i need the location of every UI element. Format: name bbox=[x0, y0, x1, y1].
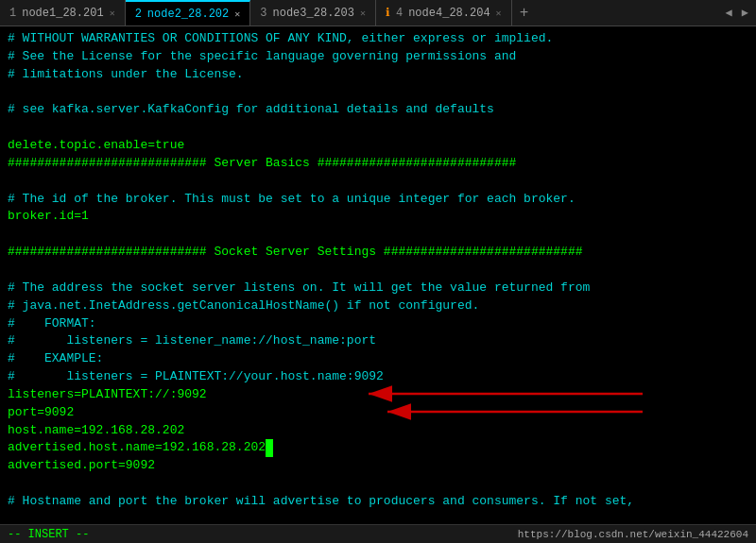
editor-line: broker.id=1 bbox=[8, 208, 748, 226]
tab4-alert-icon: ℹ bbox=[386, 6, 390, 20]
tab-nav-right[interactable]: ▶ bbox=[738, 6, 752, 20]
editor-line bbox=[8, 262, 748, 280]
tab2-num: 2 bbox=[135, 8, 142, 21]
editor-line bbox=[8, 475, 748, 493]
new-tab-button[interactable]: + bbox=[512, 0, 537, 25]
editor-line: # java.net.InetAddress.getCanonicalHostN… bbox=[8, 297, 748, 315]
editor-line bbox=[8, 226, 748, 244]
editor-area[interactable]: # WITHOUT WARRANTIES OR CONDITIONS OF AN… bbox=[0, 26, 756, 524]
editor-line: # See the License for the specific langu… bbox=[8, 48, 748, 66]
tab-node1[interactable]: 1 node1_28.201 ✕ bbox=[0, 0, 126, 25]
tab4-num: 4 bbox=[396, 7, 403, 20]
editor-line: ########################### Server Basic… bbox=[8, 155, 748, 173]
tab3-close[interactable]: ✕ bbox=[360, 8, 366, 19]
editor-line bbox=[8, 84, 748, 102]
insert-mode-label: -- INSERT -- bbox=[8, 528, 89, 541]
tab2-close[interactable]: ✕ bbox=[234, 8, 240, 20]
editor-line: listeners=PLAINTEXT://:9092 bbox=[8, 386, 748, 404]
editor-line: # FORMAT: bbox=[8, 315, 748, 333]
editor-line: # Hostname and port the broker will adve… bbox=[8, 493, 748, 511]
editor-line bbox=[8, 173, 748, 191]
tab3-num: 3 bbox=[260, 7, 266, 20]
editor-line: # listeners = PLAINTEXT://your.host.name… bbox=[8, 368, 748, 386]
editor-line: advertised.host.name=192.168.28.202 bbox=[8, 439, 748, 457]
editor-content: # WITHOUT WARRANTIES OR CONDITIONS OF AN… bbox=[8, 30, 748, 511]
editor-line: # The address the socket server listens … bbox=[8, 280, 748, 297]
tab4-close[interactable]: ✕ bbox=[496, 8, 502, 19]
editor-line: host.name=192.168.28.202 bbox=[8, 422, 748, 440]
tab3-label: node3_28.203 bbox=[273, 7, 354, 20]
tab4-label: node4_28.204 bbox=[408, 7, 490, 20]
editor-line: # limitations under the License. bbox=[8, 66, 748, 84]
tab-node4[interactable]: ℹ 4 node4_28.204 ✕ bbox=[376, 0, 512, 25]
tab1-close[interactable]: ✕ bbox=[110, 8, 115, 19]
editor-line: # EXAMPLE: bbox=[8, 350, 748, 368]
editor-line: ########################### Socket Serve… bbox=[8, 244, 748, 262]
editor-line: # WITHOUT WARRANTIES OR CONDITIONS OF AN… bbox=[8, 30, 748, 48]
tab1-num: 1 bbox=[9, 7, 16, 20]
editor-line: advertised.port=9092 bbox=[8, 457, 748, 475]
tab-bar: 1 node1_28.201 ✕ 2 node2_28.202 ✕ 3 node… bbox=[0, 0, 756, 26]
editor-line: port=9092 bbox=[8, 404, 748, 422]
url-label: https://blog.csdn.net/weixin_44422604 bbox=[518, 529, 748, 540]
editor-line: # The id of the broker. This must be set… bbox=[8, 191, 748, 209]
tab-nav-left[interactable]: ◀ bbox=[722, 6, 736, 20]
editor-line bbox=[8, 119, 748, 137]
tab1-label: node1_28.201 bbox=[22, 7, 103, 20]
editor-line: delete.topic.enable=true bbox=[8, 137, 748, 155]
editor-line: # see kafka.server.KafkaConfig for addit… bbox=[8, 101, 748, 119]
tab-navigation: ◀ ▶ bbox=[718, 0, 756, 25]
tab2-label: node2_28.202 bbox=[147, 8, 229, 21]
status-bar: -- INSERT -- https://blog.csdn.net/weixi… bbox=[0, 524, 756, 543]
tab-node3[interactable]: 3 node3_28.203 ✕ bbox=[250, 0, 376, 25]
tab-node2[interactable]: 2 node2_28.202 ✕ bbox=[126, 0, 251, 25]
editor-line: # listeners = listener_name://host_name:… bbox=[8, 332, 748, 350]
